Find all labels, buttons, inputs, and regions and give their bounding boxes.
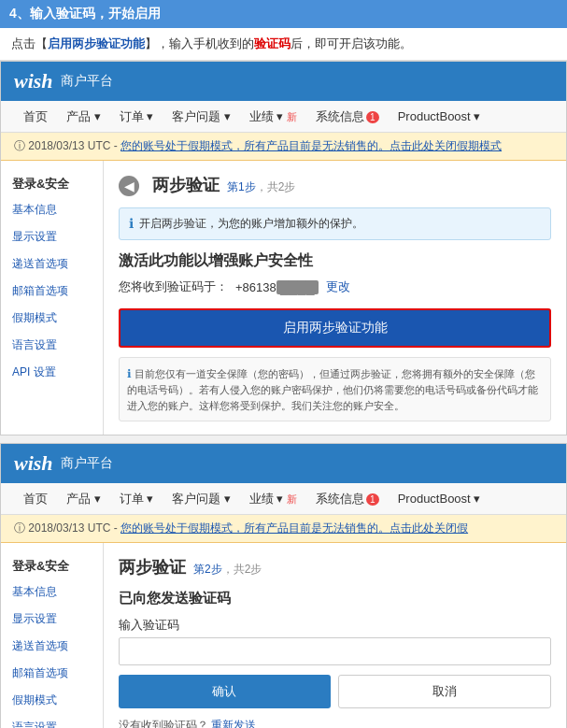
sidebar-item-language-1[interactable]: 语言设置 xyxy=(1,332,103,359)
step-desc-suffix: 后，即可开启该功能。 xyxy=(291,36,412,50)
panel-1: wish 商户平台 首页 产品 ▾ 订单 ▾ 客户问题 ▾ 业绩 ▾ 新 系统信… xyxy=(0,61,567,435)
nav-sysinfo-2[interactable]: 系统信息1 xyxy=(306,483,389,515)
step-desc-link: 启用两步验证功能 xyxy=(48,36,145,50)
small-note-1: ℹ 目前您仅有一道安全保障（您的密码），但通过两步验证，您将拥有额外的安全保障（… xyxy=(119,357,551,421)
step-header: 4、输入验证码，开始启用 xyxy=(0,0,567,28)
wish-platform-title-2: 商户平台 xyxy=(61,455,113,472)
sidebar-item-email-1[interactable]: 邮箱首选项 xyxy=(1,278,103,305)
sidebar-2: 登录&安全 基本信息 显示设置 递送首选项 邮箱首选项 假期模式 语言设置 AP… xyxy=(1,543,104,728)
step-current-2: 第2步 xyxy=(193,563,222,576)
alert-icon-1: ⓘ xyxy=(14,139,25,152)
resend-link[interactable]: 重新发送 xyxy=(211,719,256,728)
phone-masked-1: ████ xyxy=(276,280,319,294)
step-header-label: 4、输入验证码，开始启用 xyxy=(9,6,161,21)
sidebar-item-delivery-2[interactable]: 递送首选项 xyxy=(1,633,103,660)
info-box-1: ℹ 开启两步验证，为您的账户增加额外的保护。 xyxy=(119,207,551,240)
alert-bar-1: ⓘ 2018/03/13 UTC - 您的账号处于假期模式，所有产品目前是无法销… xyxy=(1,133,566,161)
twostep-title-1: ◀ 两步验证 第1步，共2步 xyxy=(119,174,551,196)
twostep-heading-2: 两步验证 xyxy=(119,556,186,578)
alert-text-1[interactable]: 您的账号处于假期模式，所有产品目前是无法销售的。点击此处关闭假期模式 xyxy=(120,139,502,152)
enable-btn-1[interactable]: 启用两步验证功能 xyxy=(119,308,551,348)
nav-sysinfo-1[interactable]: 系统信息1 xyxy=(306,101,389,133)
back-button-1[interactable]: ◀ xyxy=(119,176,139,196)
nav-customer-2[interactable]: 客户问题 ▾ xyxy=(163,483,240,515)
nav-orders-2[interactable]: 订单 ▾ xyxy=(110,483,163,515)
sidebar-item-display-1[interactable]: 显示设置 xyxy=(1,223,103,250)
sidebar-item-vacation-2[interactable]: 假期模式 xyxy=(1,687,103,714)
step-desc-highlight: 验证码 xyxy=(254,36,291,50)
alert-text-2[interactable]: 您的账号处于假期模式，所有产品目前是无法销售的。点击此处关闭假 xyxy=(120,521,468,535)
sidebar-item-api-1[interactable]: API 设置 xyxy=(1,359,103,386)
step-desc-prefix: 点击【 xyxy=(11,36,48,50)
alert-date-2: 2018/03/13 UTC xyxy=(28,521,110,535)
alert-bar-2: ⓘ 2018/03/13 UTC - 您的账号处于假期模式，所有产品目前是无法销… xyxy=(1,515,566,543)
sidebar-item-vacation-1[interactable]: 假期模式 xyxy=(1,305,103,332)
main-area-2: 登录&安全 基本信息 显示设置 递送首选项 邮箱首选项 假期模式 语言设置 AP… xyxy=(1,543,566,728)
nav-home-1[interactable]: 首页 xyxy=(14,101,57,133)
nav-bar-1: 首页 产品 ▾ 订单 ▾ 客户问题 ▾ 业绩 ▾ 新 系统信息1 Product… xyxy=(1,101,566,133)
section-title-1: 激活此功能以增强账户安全性 xyxy=(119,251,551,271)
nav-products-1[interactable]: 产品 ▾ xyxy=(57,101,110,133)
alert-date-1: 2018/03/13 UTC xyxy=(28,139,110,152)
confirm-btn[interactable]: 确认 xyxy=(119,675,331,708)
nav-productboost-2[interactable]: ProductBoost ▾ xyxy=(389,484,490,513)
sidebar-item-display-2[interactable]: 显示设置 xyxy=(1,606,103,633)
cancel-btn[interactable]: 取消 xyxy=(338,675,552,708)
content-pane-2: 两步验证 第2步，共2步 已向您发送验证码 输入验证码 确认 取消 没有收到验证… xyxy=(104,543,566,728)
content-pane-1: ◀ 两步验证 第1步，共2步 ℹ 开启两步验证，为您的账户增加额外的保护。 激活… xyxy=(104,161,566,435)
sidebar-section-2: 登录&安全 xyxy=(1,550,103,578)
nav-badge-1: 1 xyxy=(366,111,379,123)
note-text-1: 目前您仅有一道安全保障（您的密码），但通过两步验证，您将拥有额外的安全保障（您的… xyxy=(127,368,538,411)
step-total-2: 共2步 xyxy=(234,563,262,576)
twostep-step-1: 第1步，共2步 xyxy=(227,179,295,195)
sidebar-item-email-2[interactable]: 邮箱首选项 xyxy=(1,660,103,687)
panel-separator xyxy=(0,435,567,443)
phone-prefix-1: +86138 xyxy=(235,280,276,294)
nav-badge-2: 1 xyxy=(366,493,379,506)
panel-2: wish 商户平台 首页 产品 ▾ 订单 ▾ 客户问题 ▾ 业绩 ▾ 新 系统信… xyxy=(0,443,567,728)
alert-icon-2: ⓘ xyxy=(14,521,25,535)
sidebar-item-delivery-1[interactable]: 递送首选项 xyxy=(1,250,103,278)
sidebar-section-1: 登录&安全 xyxy=(1,168,103,196)
btn-row: 确认 取消 xyxy=(119,675,551,708)
nav-bar-2: 首页 产品 ▾ 订单 ▾ 客户问题 ▾ 业绩 ▾ 新 系统信息1 Product… xyxy=(1,483,566,515)
resend-row: 没有收到验证码？ 重新发送 xyxy=(119,718,551,728)
nav-home-2[interactable]: 首页 xyxy=(14,483,57,515)
nav-productboost-1[interactable]: ProductBoost ▾ xyxy=(389,102,490,131)
step-desc-middle: 】，输入手机收到的 xyxy=(145,36,254,50)
step-description: 点击【启用两步验证功能】，输入手机收到的验证码后，即可开启该功能。 xyxy=(0,28,567,61)
wish-logo-1: wish xyxy=(14,69,53,93)
wish-header-2: wish 商户平台 xyxy=(1,444,566,483)
step-current-1: 第1步 xyxy=(227,180,256,193)
nav-performance-1[interactable]: 业绩 ▾ 新 xyxy=(240,101,306,133)
resend-prefix: 没有收到验证码？ xyxy=(119,719,208,728)
sidebar-item-basicinfo-1[interactable]: 基本信息 xyxy=(1,196,103,223)
info-text-1: 开启两步验证，为您的账户增加额外的保护。 xyxy=(139,216,363,232)
step-total-1: 共2步 xyxy=(267,180,296,193)
code-input-label: 输入验证码 xyxy=(119,617,551,634)
twostep-heading-1: 两步验证 xyxy=(152,174,220,196)
twostep-title-2: 两步验证 第2步，共2步 xyxy=(119,556,551,578)
send-code-title: 已向您发送验证码 xyxy=(119,590,551,607)
wish-platform-title-1: 商户平台 xyxy=(61,73,113,90)
code-input-field[interactable] xyxy=(119,637,551,665)
nav-products-2[interactable]: 产品 ▾ xyxy=(57,483,110,515)
main-area-1: 登录&安全 基本信息 显示设置 递送首选项 邮箱首选项 假期模式 语言设置 AP… xyxy=(1,161,566,435)
info-icon-1: ℹ xyxy=(129,216,134,231)
nav-performance-2[interactable]: 业绩 ▾ 新 xyxy=(240,483,306,515)
sidebar-item-language-2[interactable]: 语言设置 xyxy=(1,714,103,728)
change-link-1[interactable]: 更改 xyxy=(326,278,350,295)
nav-orders-1[interactable]: 订单 ▾ xyxy=(110,101,163,133)
phone-number-1: +86138████ xyxy=(235,280,319,294)
sidebar-1: 登录&安全 基本信息 显示设置 递送首选项 邮箱首选项 假期模式 语言设置 AP… xyxy=(1,161,104,435)
sidebar-item-basicinfo-2[interactable]: 基本信息 xyxy=(1,578,103,606)
phone-row-1: 您将收到验证码于： +86138████ 更改 xyxy=(119,278,551,295)
wish-logo-2: wish xyxy=(14,451,53,476)
nav-customer-1[interactable]: 客户问题 ▾ xyxy=(163,101,240,133)
phone-label-1: 您将收到验证码于： xyxy=(119,278,228,295)
twostep-step-2: 第2步，共2步 xyxy=(193,562,262,578)
wish-header-1: wish 商户平台 xyxy=(1,62,566,101)
